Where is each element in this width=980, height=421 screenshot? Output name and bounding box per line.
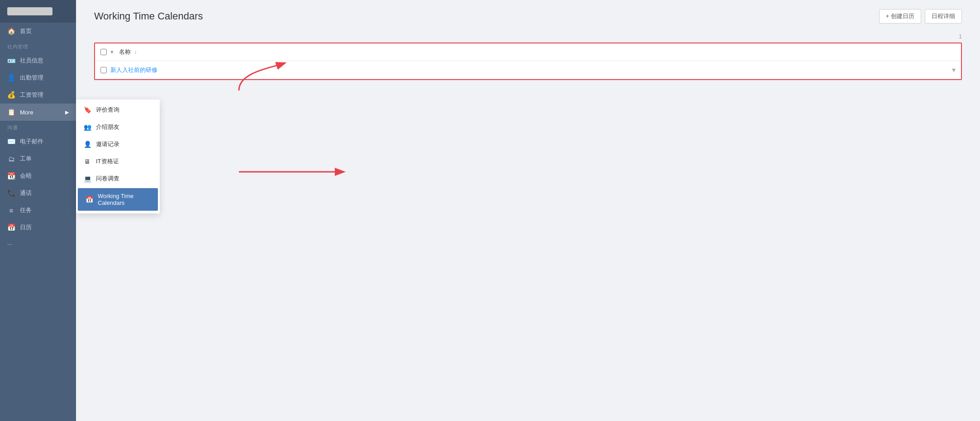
sidebar-item-more-label: More bbox=[20, 109, 33, 116]
dropdown-item-survey-label: 问卷调查 bbox=[96, 175, 119, 183]
main-content: Working Time Calendars + 创建日历 日程详细 1 ▼ 名… bbox=[76, 0, 980, 421]
sidebar-item-home-label: 首页 bbox=[20, 27, 32, 35]
table-header-checkbox-col: ▼ 名称 ↕ bbox=[100, 48, 137, 56]
home-icon: 🏠 bbox=[7, 27, 15, 35]
dropdown-item-evaluation[interactable]: 🔖 评价查询 bbox=[76, 101, 160, 118]
row-name[interactable]: 新人入社前的研修 bbox=[110, 66, 952, 74]
dropdown-item-working-time-label: Working Time Calendars bbox=[98, 193, 151, 206]
dropdown-item-referral-label: 介绍朋友 bbox=[96, 123, 119, 131]
header-actions: + 创建日历 日程详细 bbox=[879, 9, 962, 24]
table-row: 新人入社前的研修 ▾ bbox=[95, 61, 961, 79]
table-header-row: ▼ 名称 ↕ bbox=[95, 43, 961, 61]
record-count: 1 bbox=[76, 31, 980, 43]
phone-icon: 📞 bbox=[7, 189, 15, 197]
sidebar-item-meeting-label: 会晤 bbox=[20, 172, 32, 180]
ticket-icon: 🗂 bbox=[7, 155, 15, 163]
evaluation-icon: 🔖 bbox=[83, 106, 91, 114]
sidebar-item-salary[interactable]: 💰 工资管理 bbox=[0, 86, 76, 104]
row-checkbox[interactable] bbox=[100, 67, 107, 73]
sidebar-item-attendance-label: 出勤管理 bbox=[20, 74, 43, 82]
sidebar-item-social-info[interactable]: 🪪 社员信息 bbox=[0, 52, 76, 69]
sidebar-logo bbox=[0, 0, 76, 23]
sidebar-item-ticket[interactable]: 🗂 工单 bbox=[0, 150, 76, 167]
col-sort-icon: ↕ bbox=[134, 49, 137, 55]
dropdown-item-survey[interactable]: 💻 问卷调查 bbox=[76, 170, 160, 187]
attendance-icon: 👤 bbox=[7, 74, 15, 82]
table-col-name-label: 名称 bbox=[119, 48, 131, 56]
invitation-icon: 👤 bbox=[83, 140, 91, 148]
meeting-icon: 📆 bbox=[7, 172, 15, 180]
working-time-icon: 📅 bbox=[85, 195, 93, 203]
social-info-icon: 🪪 bbox=[7, 57, 15, 65]
survey-icon: 💻 bbox=[83, 175, 91, 183]
more-dropdown-menu: 🔖 评价查询 👥 介绍朋友 👤 邀请记录 🖥 IT资格证 💻 问卷调查 📅 Wo… bbox=[76, 99, 160, 213]
calendar-icon: 📅 bbox=[7, 223, 15, 232]
sidebar-section-social: 社内管理 bbox=[0, 40, 76, 52]
dropdown-item-itcert-label: IT资格证 bbox=[96, 157, 119, 166]
sidebar-section-communication: 沟通 bbox=[0, 121, 76, 133]
sidebar-item-home[interactable]: 🏠 首页 bbox=[0, 23, 76, 40]
sidebar-item-dots[interactable]: ··· bbox=[0, 236, 76, 252]
referral-icon: 👥 bbox=[83, 123, 91, 131]
more-icon: 📋 bbox=[7, 108, 15, 116]
itcert-icon: 🖥 bbox=[83, 157, 91, 166]
sidebar-item-email[interactable]: ✉️ 电子邮件 bbox=[0, 133, 76, 150]
dropdown-item-referral[interactable]: 👥 介绍朋友 bbox=[76, 118, 160, 136]
create-calendar-button[interactable]: + 创建日历 bbox=[879, 9, 921, 24]
table-select-all-checkbox[interactable] bbox=[100, 49, 107, 55]
page-title: Working Time Calendars bbox=[94, 10, 203, 22]
schedule-detail-button[interactable]: 日程详细 bbox=[925, 9, 962, 24]
sidebar-item-calendar[interactable]: 📅 日历 bbox=[0, 219, 76, 236]
email-icon: ✉️ bbox=[7, 137, 15, 146]
row-action-icon[interactable]: ▾ bbox=[952, 66, 956, 74]
sidebar-item-email-label: 电子邮件 bbox=[20, 137, 43, 146]
sidebar-item-more[interactable]: 📋 More ▶ bbox=[0, 104, 76, 121]
sidebar-item-meeting[interactable]: 📆 会晤 bbox=[0, 167, 76, 184]
more-item-left: 📋 More bbox=[7, 108, 33, 116]
sidebar-item-phone[interactable]: 📞 通话 bbox=[0, 184, 76, 202]
dots-label: ··· bbox=[7, 241, 12, 247]
page-header: Working Time Calendars + 创建日历 日程详细 bbox=[76, 0, 980, 31]
dropdown-item-evaluation-label: 评价查询 bbox=[96, 106, 119, 114]
sidebar: 🏠 首页 社内管理 🪪 社员信息 👤 出勤管理 💰 工资管理 📋 More ▶ … bbox=[0, 0, 76, 421]
dropdown-item-itcert[interactable]: 🖥 IT资格证 bbox=[76, 153, 160, 170]
sidebar-item-task-label: 任务 bbox=[20, 206, 32, 214]
sidebar-item-attendance[interactable]: 👤 出勤管理 bbox=[0, 69, 76, 86]
chevron-right-icon: ▶ bbox=[65, 109, 69, 115]
sidebar-item-calendar-label: 日历 bbox=[20, 223, 32, 232]
sort-dropdown-icon[interactable]: ▼ bbox=[109, 49, 114, 55]
task-icon: ≡ bbox=[7, 206, 15, 214]
salary-icon: 💰 bbox=[7, 91, 15, 99]
sidebar-item-phone-label: 通话 bbox=[20, 189, 32, 197]
dropdown-item-working-time[interactable]: 📅 Working Time Calendars bbox=[78, 188, 158, 211]
table-container: ▼ 名称 ↕ 新人入社前的研修 ▾ bbox=[94, 43, 962, 80]
logo-image bbox=[7, 7, 52, 15]
dropdown-item-invitation[interactable]: 👤 邀请记录 bbox=[76, 136, 160, 153]
sidebar-item-salary-label: 工资管理 bbox=[20, 91, 43, 99]
sidebar-item-task[interactable]: ≡ 任务 bbox=[0, 202, 76, 219]
annotation-arrow-2 bbox=[234, 163, 347, 182]
sidebar-item-social-info-label: 社员信息 bbox=[20, 57, 43, 65]
sidebar-item-ticket-label: 工单 bbox=[20, 155, 32, 163]
dropdown-item-invitation-label: 邀请记录 bbox=[96, 140, 119, 148]
